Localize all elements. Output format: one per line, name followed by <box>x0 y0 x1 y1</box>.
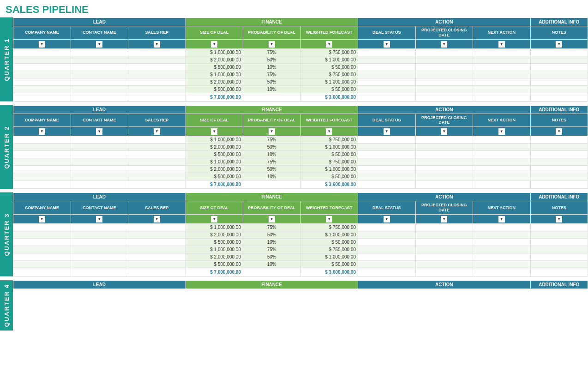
weighted-forecast-cell[interactable]: $ 50,000.00 <box>300 173 358 180</box>
next-action-cell[interactable] <box>473 173 531 180</box>
sales-rep-cell[interactable] <box>128 231 186 238</box>
deal-status-cell[interactable] <box>358 63 416 71</box>
sales-rep-cell[interactable] <box>128 63 186 71</box>
dropdown-arrow-col-4[interactable]: ▼ <box>269 41 275 48</box>
company-name-cell[interactable] <box>13 166 71 173</box>
next-action-cell[interactable] <box>473 151 531 158</box>
probability-cell[interactable]: 10% <box>243 85 301 93</box>
weighted-forecast-cell[interactable]: $ 50,000.00 <box>300 85 358 93</box>
company-name-cell[interactable] <box>13 48 71 56</box>
next-action-cell[interactable] <box>473 166 531 173</box>
dropdown-arrow-col-8[interactable]: ▼ <box>498 128 505 135</box>
contact-name-cell[interactable] <box>71 166 128 173</box>
deal-status-cell[interactable] <box>358 231 416 238</box>
dropdown-arrow-col-9[interactable]: ▼ <box>556 216 562 223</box>
contact-name-cell[interactable] <box>71 56 128 63</box>
dropdown-arrow-col-4[interactable]: ▼ <box>269 216 275 223</box>
company-name-cell[interactable] <box>13 158 71 166</box>
weighted-forecast-cell[interactable]: $ 50,000.00 <box>300 260 358 268</box>
projected-closing-date-cell[interactable] <box>415 253 473 260</box>
projected-closing-date-cell[interactable] <box>415 260 473 268</box>
probability-cell[interactable]: 75% <box>243 136 301 144</box>
deal-status-cell[interactable] <box>358 223 416 231</box>
dropdown-arrow-col-1[interactable]: ▼ <box>96 41 102 48</box>
probability-cell[interactable]: 50% <box>243 78 301 85</box>
deal-status-cell[interactable] <box>358 144 416 151</box>
size-of-deal-cell[interactable]: $ 500,000.00 <box>186 151 243 158</box>
dropdown-arrow-col-6[interactable]: ▼ <box>384 41 390 48</box>
deal-status-cell[interactable] <box>358 48 416 56</box>
company-name-cell[interactable] <box>13 238 71 246</box>
company-name-cell[interactable] <box>13 71 71 78</box>
dropdown-arrow-col-7[interactable]: ▼ <box>441 216 447 223</box>
dropdown-arrow-col-2[interactable]: ▼ <box>154 41 160 48</box>
contact-name-cell[interactable] <box>71 85 128 93</box>
deal-status-cell[interactable] <box>358 71 416 78</box>
contact-name-cell[interactable] <box>71 253 128 260</box>
contact-name-cell[interactable] <box>71 246 128 253</box>
dropdown-arrow-col-3[interactable]: ▼ <box>211 41 217 48</box>
dropdown-arrow-col-9[interactable]: ▼ <box>556 128 562 135</box>
probability-cell[interactable]: 50% <box>243 231 301 238</box>
size-of-deal-cell[interactable]: $ 500,000.00 <box>186 173 243 180</box>
contact-name-cell[interactable] <box>71 63 128 71</box>
size-of-deal-cell[interactable]: $ 500,000.00 <box>186 85 243 93</box>
deal-status-cell[interactable] <box>358 85 416 93</box>
dropdown-arrow-col-0[interactable]: ▼ <box>39 216 45 223</box>
notes-cell[interactable] <box>530 85 588 93</box>
projected-closing-date-cell[interactable] <box>415 173 473 180</box>
projected-closing-date-cell[interactable] <box>415 48 473 56</box>
company-name-cell[interactable] <box>13 231 71 238</box>
next-action-cell[interactable] <box>473 144 531 151</box>
contact-name-cell[interactable] <box>71 48 128 56</box>
projected-closing-date-cell[interactable] <box>415 136 473 144</box>
dropdown-arrow-col-5[interactable]: ▼ <box>326 216 332 223</box>
sales-rep-cell[interactable] <box>128 260 186 268</box>
next-action-cell[interactable] <box>473 246 531 253</box>
deal-status-cell[interactable] <box>358 238 416 246</box>
dropdown-arrow-col-0[interactable]: ▼ <box>39 41 45 48</box>
next-action-cell[interactable] <box>473 253 531 260</box>
sales-rep-cell[interactable] <box>128 144 186 151</box>
deal-status-cell[interactable] <box>358 151 416 158</box>
weighted-forecast-cell[interactable]: $ 750,000.00 <box>300 223 358 231</box>
size-of-deal-cell[interactable]: $ 1,000,000.00 <box>186 48 243 56</box>
sales-rep-cell[interactable] <box>128 166 186 173</box>
projected-closing-date-cell[interactable] <box>415 144 473 151</box>
dropdown-arrow-col-1[interactable]: ▼ <box>96 128 102 135</box>
size-of-deal-cell[interactable]: $ 2,000,000.00 <box>186 78 243 85</box>
weighted-forecast-cell[interactable]: $ 1,000,000.00 <box>300 144 358 151</box>
weighted-forecast-cell[interactable]: $ 1,000,000.00 <box>300 253 358 260</box>
company-name-cell[interactable] <box>13 78 71 85</box>
size-of-deal-cell[interactable]: $ 1,000,000.00 <box>186 71 243 78</box>
next-action-cell[interactable] <box>473 85 531 93</box>
notes-cell[interactable] <box>530 78 588 85</box>
probability-cell[interactable]: 75% <box>243 48 301 56</box>
dropdown-arrow-col-7[interactable]: ▼ <box>441 41 447 48</box>
company-name-cell[interactable] <box>13 253 71 260</box>
notes-cell[interactable] <box>530 158 588 166</box>
probability-cell[interactable]: 75% <box>243 158 301 166</box>
probability-cell[interactable]: 10% <box>243 173 301 180</box>
weighted-forecast-cell[interactable]: $ 1,000,000.00 <box>300 78 358 85</box>
weighted-forecast-cell[interactable]: $ 750,000.00 <box>300 71 358 78</box>
probability-cell[interactable]: 50% <box>243 166 301 173</box>
dropdown-arrow-col-6[interactable]: ▼ <box>384 216 390 223</box>
next-action-cell[interactable] <box>473 238 531 246</box>
weighted-forecast-cell[interactable]: $ 1,000,000.00 <box>300 56 358 63</box>
company-name-cell[interactable] <box>13 260 71 268</box>
sales-rep-cell[interactable] <box>128 71 186 78</box>
next-action-cell[interactable] <box>473 71 531 78</box>
dropdown-arrow-col-6[interactable]: ▼ <box>384 128 390 135</box>
size-of-deal-cell[interactable]: $ 2,000,000.00 <box>186 253 243 260</box>
dropdown-arrow-col-1[interactable]: ▼ <box>96 216 102 223</box>
dropdown-arrow-col-4[interactable]: ▼ <box>269 128 275 135</box>
dropdown-arrow-col-2[interactable]: ▼ <box>154 128 160 135</box>
sales-rep-cell[interactable] <box>128 56 186 63</box>
sales-rep-cell[interactable] <box>128 253 186 260</box>
next-action-cell[interactable] <box>473 136 531 144</box>
sales-rep-cell[interactable] <box>128 223 186 231</box>
deal-status-cell[interactable] <box>358 260 416 268</box>
deal-status-cell[interactable] <box>358 173 416 180</box>
company-name-cell[interactable] <box>13 136 71 144</box>
